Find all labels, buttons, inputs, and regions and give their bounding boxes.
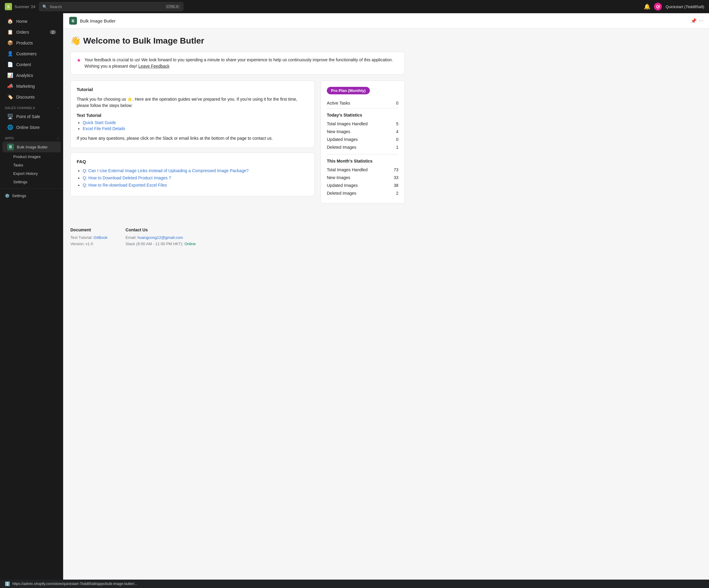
gitbook-link[interactable]: GitBook [94, 235, 107, 240]
sidebar-subitem-settings[interactable]: Settings [2, 178, 61, 186]
export-history-label: Export History [13, 171, 38, 176]
topbar: S Summer '24 🔍 Search CTRL K 🔔 QI Quicks… [0, 0, 709, 13]
stat-label: Deleted Images [327, 145, 356, 150]
sales-channels-section: Sales channels › [0, 103, 63, 111]
sidebar-subitem-export-history[interactable]: Export History [2, 169, 61, 177]
sidebar-item-label: Marketing [16, 84, 34, 89]
app-header: B Bulk Image Butler 📌 ··· [63, 13, 709, 29]
settings-icon: ⚙️ [5, 194, 9, 198]
search-shortcut: CTRL K [165, 4, 180, 9]
sidebar-item-point-of-sale[interactable]: 🖥️ Point of Sale [2, 111, 61, 122]
pin-icon[interactable]: 📌 [691, 18, 697, 24]
sidebar-item-content[interactable]: 📄 Content [2, 59, 61, 70]
page-footer: Document Text Tutorial: GitBook Version:… [63, 216, 709, 266]
sidebar-item-discounts[interactable]: 🏷️ Discounts [2, 92, 61, 102]
stat-row: Total Images Handled 73 [327, 166, 398, 174]
stat-label: Deleted Images [327, 191, 356, 196]
quick-start-guide-link[interactable]: Quick Start Guide [83, 120, 116, 125]
footer-contact-col: Contact Us Email: huangcong12@gmail.com … [126, 227, 196, 248]
sidebar-subitem-product-images[interactable]: Product Images [2, 152, 61, 161]
app-header-title: Bulk Image Butler [80, 18, 115, 23]
sidebar-item-marketing[interactable]: 📣 Marketing [2, 81, 61, 91]
footer-slack: Slack (9:00 AM - 11:00 PM HKT): Online [126, 242, 196, 246]
pos-icon: 🖥️ [7, 114, 13, 119]
faq-title: FAQ [77, 159, 308, 164]
list-item: Excel File Field Details [83, 126, 308, 131]
stat-row: Updated Images 38 [327, 181, 398, 189]
faq-link-3[interactable]: Q: How to Re-download Exported Excel Fil… [83, 183, 167, 188]
footer-document-title: Document [70, 227, 108, 232]
sidebar-item-label: Point of Sale [16, 114, 40, 119]
faq-list: Q: Can I Use External Image Links Instea… [77, 168, 308, 188]
feedback-text: Your feedback is crucial to us! We look … [84, 57, 398, 69]
app-name-label: Bulk Image Butler [17, 145, 48, 149]
content-icon: 📄 [7, 62, 13, 67]
notification-icon[interactable]: 🔔 [644, 3, 650, 10]
footer-document-col: Document Text Tutorial: GitBook Version:… [70, 227, 108, 248]
main-content: B Bulk Image Butler 📌 ··· 👋 Welcome to B… [63, 13, 709, 588]
shopify-logo-icon: S [5, 3, 12, 10]
sidebar-item-products[interactable]: 📦 Products [2, 37, 61, 48]
sidebar-item-label: Products [16, 40, 33, 45]
shopify-logo-area: S Summer '24 [5, 3, 35, 10]
chevron-icon: › [57, 137, 58, 140]
products-icon: 📦 [7, 40, 13, 46]
stat-label: Total Images Handled [327, 121, 367, 126]
sidebar-item-analytics[interactable]: 📊 Analytics [2, 70, 61, 81]
stat-row: New Images 4 [327, 128, 398, 136]
sidebar-subitem-tasks[interactable]: Tasks [2, 161, 61, 169]
sidebar-item-label: Analytics [16, 73, 33, 78]
sidebar: 🏠 Home 📋 Orders 2 📦 Products 👤 Customers… [0, 13, 63, 588]
tutorial-title: Tutorial [77, 87, 308, 92]
info-icon: ℹ️ [5, 581, 10, 586]
faq-link-2[interactable]: Q: How to Download Deleted Product Image… [83, 175, 171, 180]
sidebar-item-orders[interactable]: 📋 Orders 2 [2, 27, 61, 37]
bottom-status-bar: ℹ️ https://admin.shopify.com/store/quick… [0, 580, 709, 588]
faq-card: FAQ Q: Can I Use External Image Links In… [70, 152, 315, 196]
list-item: Quick Start Guide [83, 120, 308, 125]
bottom-url: https://admin.shopify.com/store/quicksta… [12, 582, 137, 586]
tutorial-intro: Thank you for choosing us ⭐. Here are th… [77, 96, 308, 109]
excel-field-details-link[interactable]: Excel File Field Details [83, 126, 125, 131]
stat-label: New Images [327, 175, 350, 180]
stat-value: 2 [396, 191, 398, 196]
stat-row: Total Images Handled 5 [327, 120, 398, 128]
footer-columns: Document Text Tutorial: GitBook Version:… [70, 227, 702, 248]
email-link[interactable]: huangcong12@gmail.com [137, 235, 183, 240]
search-bar[interactable]: 🔍 Search CTRL K [39, 2, 183, 11]
footer-text-tutorial: Text Tutorial: GitBook [70, 235, 108, 240]
sidebar-item-bulk-image-butler[interactable]: B Bulk Image Butler [2, 141, 61, 152]
leave-feedback-link[interactable]: Leave Feedback [138, 64, 169, 68]
sidebar-item-label: Customers [16, 51, 37, 56]
footer-version: Version: v1.0 [70, 242, 108, 246]
app-icon: B [7, 144, 14, 150]
username-label: Quickstart (7bdd85a9) [665, 4, 704, 9]
settings-footer-label: Settings [12, 194, 26, 198]
stats-card: Pro Plan (Monthly) Active Tasks 0 Today'… [320, 81, 405, 203]
sidebar-item-online-store[interactable]: 🌐 Online Store [2, 122, 61, 133]
store-name: Summer '24 [15, 4, 35, 9]
more-options-icon[interactable]: ··· [699, 18, 703, 23]
sidebar-item-home[interactable]: 🏠 Home [2, 16, 61, 26]
app-header-logo: B [69, 17, 77, 25]
stat-label: Total Images Handled [327, 167, 367, 172]
analytics-icon: 📊 [7, 73, 13, 78]
apps-section: Apps › [0, 133, 63, 141]
today-stats-title: Today's Statistics [327, 113, 398, 117]
active-tasks-row: Active Tasks 0 [327, 99, 398, 107]
stat-row: New Images 33 [327, 174, 398, 181]
sidebar-item-label: Discounts [16, 95, 34, 100]
sidebar-settings[interactable]: ⚙️ Settings [0, 191, 63, 200]
list-item: Q: Can I Use External Image Links Instea… [83, 168, 308, 173]
sidebar-item-label: Home [16, 19, 27, 24]
left-column: Tutorial Thank you for choosing us ⭐. He… [70, 81, 315, 201]
text-tutorial-subtitle: Text Tutorial [77, 113, 308, 118]
sidebar-item-label: Content [16, 62, 31, 67]
sidebar-item-customers[interactable]: 👤 Customers [2, 48, 61, 59]
stat-label: Updated Images [327, 137, 358, 142]
faq-link-1[interactable]: Q: Can I Use External Image Links Instea… [83, 168, 249, 173]
slack-online-link[interactable]: Online [184, 242, 196, 246]
stat-value: 4 [396, 129, 398, 134]
right-column: Pro Plan (Monthly) Active Tasks 0 Today'… [320, 81, 405, 208]
page-title: 👋 Welcome to Bulk Image Butler [70, 36, 405, 46]
